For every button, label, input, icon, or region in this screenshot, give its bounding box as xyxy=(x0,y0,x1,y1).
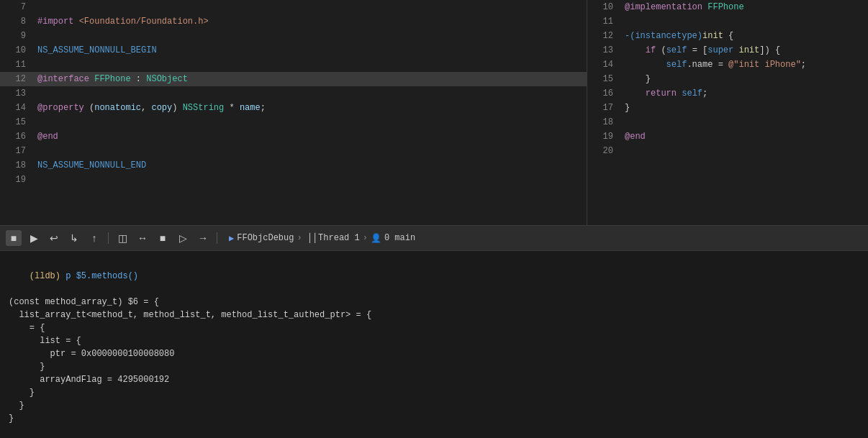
code-line-18: 18 NS_ASSUME_NONNULL_END xyxy=(0,158,587,173)
right-code-line-13: 13 if (self = [super init]) { xyxy=(587,43,868,58)
right-code-line-15: 15 } xyxy=(587,72,868,86)
view-button-1[interactable]: ◫ xyxy=(114,230,130,246)
right-code-line-16: 16 return self; xyxy=(587,86,868,101)
code-line-16: 16 @end xyxy=(0,129,587,144)
console-line-10: } xyxy=(9,399,859,412)
code-line-14: 14 @property (nonatomic, copy) NSString … xyxy=(0,101,587,115)
console-line-2: (const method_array_t) $6 = { xyxy=(9,296,859,309)
code-line-11: 11 xyxy=(0,58,587,72)
right-code-line-11: 11 xyxy=(587,14,868,29)
person-icon: 👤 xyxy=(371,233,381,244)
right-code-line-19: 19 @end xyxy=(587,129,868,144)
breadcrumb-project: FFObjcDebug xyxy=(237,233,294,243)
right-code-line-18: 18 xyxy=(587,115,868,129)
code-line-7: 7 xyxy=(0,0,587,14)
console-line-6: ptr = 0x0000000100008080 xyxy=(9,347,859,360)
console-line-4: = { xyxy=(9,321,859,334)
console-line-5: list = { xyxy=(9,334,859,347)
breadcrumb-frame: 0 main xyxy=(384,233,415,243)
code-line-10: 10 NS_ASSUME_NONNULL_BEGIN xyxy=(0,43,587,58)
view-button-4[interactable]: ▷ xyxy=(175,230,191,246)
code-line-19: 19 xyxy=(0,173,587,187)
view-button-3[interactable]: ■ xyxy=(155,230,171,246)
right-code-line-14: 14 self.name = @"init iPhone"; xyxy=(587,58,868,72)
breadcrumb: ▶ FFObjcDebug › ▕▕ Thread 1 › 👤 0 main xyxy=(229,233,415,244)
step-into-button[interactable]: ↳ xyxy=(66,230,82,246)
breadcrumb-file-icon: ▶ xyxy=(229,233,234,244)
editor-area: 7 8 #import <Foundation/Foundation.h> 9 … xyxy=(0,0,868,225)
code-line-15: 15 xyxy=(0,115,587,129)
right-code-line-12: 12 -(instancetype)init { xyxy=(587,29,868,43)
view-button-2[interactable]: ↔ xyxy=(135,230,150,246)
debug-toolbar: ■ ▶ ↩ ↳ ↑ ◫ ↔ ■ ▷ → ▶ FFObjcDebug › ▕▕ T… xyxy=(0,225,868,251)
right-code-editor: 10 @implementation FFPhone 11 12 -(insta… xyxy=(587,0,868,158)
step-over-button[interactable]: ↩ xyxy=(46,230,62,246)
console-line-1: (lldb) p $5.methods() xyxy=(9,257,859,296)
code-line-12-highlighted: 12 @interface FFPhone : NSObject xyxy=(0,72,587,86)
stop-button[interactable]: ■ xyxy=(6,230,22,246)
console-line-12: (lldb) p $6.list xyxy=(9,425,859,438)
continue-button[interactable]: ▶ xyxy=(26,230,42,246)
right-pane: 10 @implementation FFPhone 11 12 -(insta… xyxy=(587,0,868,225)
breadcrumb-sep-1: › xyxy=(297,233,302,243)
console-line-8: arrayAndFlag = 4295000192 xyxy=(9,373,859,386)
left-pane: 7 8 #import <Foundation/Foundation.h> 9 … xyxy=(0,0,587,225)
code-line-17: 17 xyxy=(0,144,587,158)
view-button-5[interactable]: → xyxy=(195,230,211,246)
breadcrumb-thread: Thread 1 xyxy=(318,233,360,243)
toolbar-divider-2 xyxy=(217,232,217,244)
toolbar-divider-1 xyxy=(108,232,109,244)
console-line-9: } xyxy=(9,386,859,399)
console-area[interactable]: (lldb) p $5.methods() (const method_arra… xyxy=(0,251,868,438)
right-code-line-17: 17 } xyxy=(587,101,868,115)
console-line-11: } xyxy=(9,412,859,425)
code-line-13: 13 xyxy=(0,86,587,101)
thread-icon: ▕▕ xyxy=(305,233,315,244)
console-line-7: } xyxy=(9,360,859,373)
console-line-3: list_array_tt<method_t, method_list_t, m… xyxy=(9,309,859,321)
right-code-line-10: 10 @implementation FFPhone xyxy=(587,0,868,14)
left-code-editor: 7 8 #import <Foundation/Foundation.h> 9 … xyxy=(0,0,587,187)
code-line-8: 8 #import <Foundation/Foundation.h> xyxy=(0,14,587,29)
right-code-line-20: 20 xyxy=(587,144,868,158)
step-out-button[interactable]: ↑ xyxy=(86,230,102,246)
breadcrumb-sep-2: › xyxy=(363,233,368,243)
code-line-9: 9 xyxy=(0,29,587,43)
